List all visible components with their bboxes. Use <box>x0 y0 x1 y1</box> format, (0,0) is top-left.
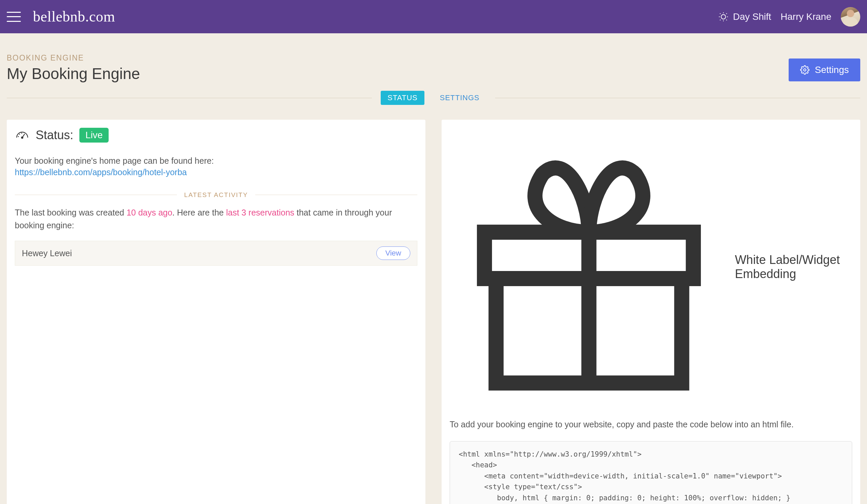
embed-heading: White Label/Widget Embedding <box>735 253 852 281</box>
view-button[interactable]: View <box>376 246 410 260</box>
brand-logo[interactable]: bellebnb.com <box>33 8 115 25</box>
settings-button[interactable]: Settings <box>789 58 860 82</box>
status-card: Status: Live Your booking engine's home … <box>7 120 426 504</box>
embed-card-title: White Label/Widget Embedding <box>450 128 852 406</box>
breadcrumb: BOOKING ENGINE <box>7 53 782 63</box>
embed-card: White Label/Widget Embedding To add your… <box>441 120 860 504</box>
tab-settings[interactable]: SETTINGS <box>433 91 486 105</box>
sun-icon <box>718 11 729 22</box>
divider-right <box>495 98 860 98</box>
shift-indicator[interactable]: Day Shift <box>718 11 771 22</box>
embed-code[interactable]: <html xmlns="http://www.w3.org/1999/xhtm… <box>450 441 852 504</box>
topbar: bellebnb.com Day Shift Harry Krane <box>0 0 867 33</box>
gift-icon <box>450 128 728 406</box>
svg-line-11 <box>22 134 24 138</box>
svg-line-4 <box>726 20 727 20</box>
reservation-row: Hewey Lewei View <box>15 241 417 266</box>
tabs: STATUS SETTINGS <box>372 91 495 105</box>
latest-activity-divider: LATEST ACTIVITY <box>15 191 417 199</box>
user-name[interactable]: Harry Krane <box>781 11 831 22</box>
avatar[interactable] <box>841 7 860 26</box>
menu-icon[interactable] <box>7 12 21 22</box>
status-card-title: Status: Live <box>15 128 417 142</box>
gauge-icon <box>15 128 30 142</box>
activity-reservation-count: last 3 reservations <box>226 208 294 217</box>
svg-point-0 <box>721 14 726 19</box>
activity-days-ago: 10 days ago <box>127 208 172 217</box>
page-content: BOOKING ENGINE My Booking Engine Setting… <box>0 33 867 504</box>
svg-line-12 <box>18 137 19 137</box>
svg-line-8 <box>726 13 727 14</box>
svg-point-9 <box>803 69 806 71</box>
divider-left <box>7 98 372 98</box>
status-lead: Your booking engine's home page can be f… <box>15 155 417 168</box>
shift-label: Day Shift <box>733 11 771 22</box>
cards-row: Status: Live Your booking engine's home … <box>7 120 860 504</box>
page-titles: BOOKING ENGINE My Booking Engine <box>7 53 782 83</box>
svg-line-3 <box>720 13 721 14</box>
activity-text: The last booking was created 10 days ago… <box>15 206 417 232</box>
tabs-row: STATUS SETTINGS <box>7 91 860 105</box>
svg-line-13 <box>19 134 20 135</box>
page-header: BOOKING ENGINE My Booking Engine Setting… <box>7 53 860 83</box>
reservation-name: Hewey Lewei <box>22 248 376 258</box>
svg-line-7 <box>720 20 721 20</box>
status-heading: Status: <box>36 128 73 142</box>
tab-status[interactable]: STATUS <box>381 91 425 105</box>
gear-icon <box>800 65 810 75</box>
svg-line-14 <box>22 133 22 134</box>
status-badge: Live <box>79 128 109 142</box>
booking-engine-url[interactable]: https://bellebnb.com/apps/booking/hotel-… <box>15 168 187 177</box>
latest-activity-label: LATEST ACTIVITY <box>177 191 256 199</box>
page-title: My Booking Engine <box>7 65 782 83</box>
embed-lead: To add your booking engine to your websi… <box>450 418 852 431</box>
settings-button-label: Settings <box>815 65 849 75</box>
topbar-right: Day Shift Harry Krane <box>718 7 860 26</box>
